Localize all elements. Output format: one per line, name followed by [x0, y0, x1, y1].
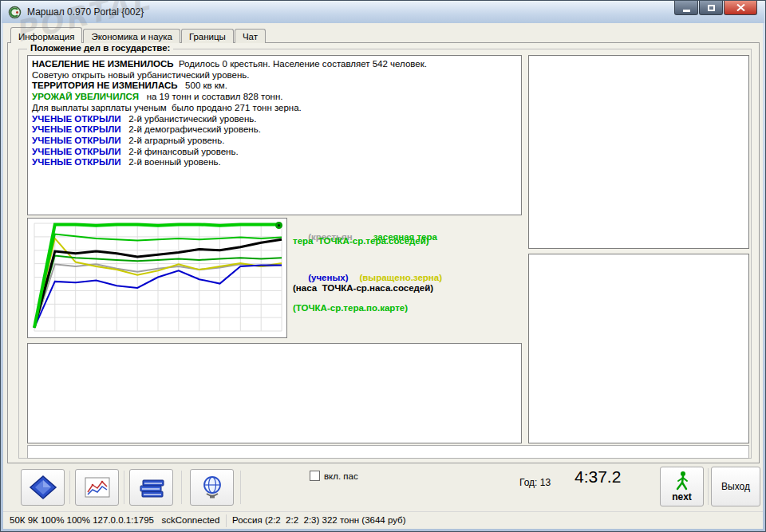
event-line: УЧЕНЫЕ ОТКРЫЛИ 2-й аграрный уровень. [32, 136, 517, 147]
country-status: Россия (2:2 2:2 2:3) 322 тонн (3644 руб) [232, 515, 405, 525]
legend-line: (ТОЧКА-ср.тера.по.карте) [293, 303, 408, 313]
app-icon[interactable] [8, 6, 22, 19]
event-line: УЧЕНЫЕ ОТКРЫЛИ 2-й демографический урове… [32, 124, 517, 136]
tab-bar: Информация Экономика и наука Границы Чат [10, 28, 267, 43]
pass-checkbox-label: вкл. пас [324, 471, 358, 481]
walking-man-icon [674, 471, 690, 491]
statusbar-separator [226, 514, 227, 527]
window-title: Маршал 0.970 Portal {002} [27, 6, 144, 18]
close-button[interactable] [724, 1, 757, 15]
pass-checkbox[interactable] [310, 471, 320, 481]
right-top-panel [528, 55, 749, 249]
tab-chat[interactable]: Чат [235, 29, 266, 43]
groupbox-title: Положение дел в государстве: [27, 43, 173, 53]
color-legend-ticker: жение дел в вашем государстве> цвета име… [27, 445, 749, 459]
event-line: Для выплаты зарплаты ученым было продано… [32, 103, 517, 114]
toolbar-separator [181, 471, 182, 504]
time-display: 4:37.2 [574, 467, 621, 487]
exit-button[interactable]: Выход [711, 467, 760, 506]
next-label: next [672, 491, 692, 502]
close-icon [736, 4, 745, 11]
chart-legend: (крестьянзасеяная тера тера ТОЧКА-ср.тер… [293, 221, 524, 337]
event-line: НАСЕЛЕНИЕ НЕ ИЗМЕНИЛОСЬ Родилось 0 крест… [32, 59, 517, 70]
event-log: НАСЕЛЕНИЕ НЕ ИЗМЕНИЛОСЬ Родилось 0 крест… [27, 55, 522, 215]
toolbar-separator [708, 468, 709, 505]
connection-status: 50К 9К 100% 100% 127.0.0.1:1795 sckConne… [10, 515, 219, 525]
legend-line: тера ТОЧКА-ср.тера.соседей) [293, 236, 429, 246]
minimize-icon [683, 10, 690, 12]
window-controls [674, 1, 757, 15]
event-line: УРОЖАЙ УВЕЛИЧИЛСЯ на 19 тонн и составил … [32, 92, 517, 103]
event-line: Советую открыть новый урбанистический ур… [32, 70, 517, 81]
tab-economy-science[interactable]: Экономика и наука [83, 29, 180, 43]
history-chart [28, 219, 286, 337]
notes-button[interactable] [21, 469, 65, 506]
next-turn-button[interactable]: next [660, 467, 704, 506]
books-stack-icon [137, 475, 166, 499]
diamond-icon [29, 475, 57, 500]
chart-button[interactable] [75, 469, 119, 506]
maximize-button[interactable] [699, 1, 723, 15]
event-line: УЧЕНЫЕ ОТКРЫЛИ 2-й урбанистический урове… [32, 114, 517, 125]
tab-information[interactable]: Информация [10, 27, 82, 43]
toolbar-separator [124, 471, 124, 504]
toolbar-separator [69, 471, 70, 504]
event-line: УЧЕНЫЕ ОТКРЫЛИ 2-й финансовый уровень. [32, 147, 517, 158]
globe-button[interactable] [190, 469, 234, 506]
maximize-icon [708, 5, 715, 11]
toolbar-separator [240, 471, 241, 504]
bottom-left-panel [27, 343, 522, 443]
app-window: Маршал 0.970 Portal {002} Информация Эко… [0, 0, 766, 532]
chart-panel [27, 218, 287, 338]
right-bottom-panel [528, 254, 749, 443]
status-bar: 50К 9К 100% 100% 127.0.0.1:1795 sckConne… [3, 511, 763, 529]
books-button[interactable] [129, 469, 173, 506]
chart-status-indicator [275, 222, 282, 229]
title-bar[interactable]: Маршал 0.970 Portal {002} [2, 1, 764, 23]
event-line: УЧЕНЫЕ ОТКРЫЛИ 2-й военный уровень. [32, 157, 517, 168]
pass-checkbox-row: вкл. пас [310, 471, 358, 481]
year-label: Год: 13 [519, 477, 551, 488]
minimize-button[interactable] [674, 1, 698, 15]
globe-icon [199, 475, 225, 500]
event-line: ТЕРРИТОРИЯ НЕ ИЗМЕНИЛАСЬ 500 кв км. [32, 81, 517, 92]
legend-line: (наса ТОЧКА-ср.наса.соседей) [293, 283, 433, 293]
tab-borders[interactable]: Границы [181, 29, 234, 43]
chart-icon [84, 476, 111, 499]
